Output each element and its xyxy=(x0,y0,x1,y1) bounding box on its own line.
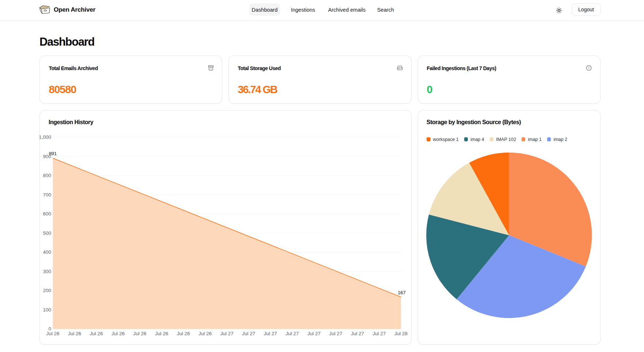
svg-text:Jul 27: Jul 27 xyxy=(264,331,277,336)
svg-text:Jul 26: Jul 26 xyxy=(177,331,190,336)
svg-text:Jul 26: Jul 26 xyxy=(133,331,147,336)
svg-text:Jul 27: Jul 27 xyxy=(351,331,364,336)
svg-text:Jul 27: Jul 27 xyxy=(285,331,299,336)
svg-text:167: 167 xyxy=(398,290,406,295)
svg-text:Jul 27: Jul 27 xyxy=(329,331,342,336)
svg-text:700: 700 xyxy=(43,192,51,198)
svg-text:Jul 26: Jul 26 xyxy=(111,331,125,336)
svg-text:600: 600 xyxy=(43,211,51,217)
svg-text:Jul 27: Jul 27 xyxy=(242,331,255,336)
svg-text:100: 100 xyxy=(43,307,51,313)
svg-text:891: 891 xyxy=(49,151,57,156)
svg-text:300: 300 xyxy=(43,269,51,274)
svg-text:Jul 27: Jul 27 xyxy=(220,331,234,336)
svg-text:800: 800 xyxy=(43,173,51,178)
svg-text:Jul 26: Jul 26 xyxy=(155,331,168,336)
svg-text:Jul 28: Jul 28 xyxy=(394,331,408,336)
svg-text:400: 400 xyxy=(43,249,51,255)
svg-text:Jul 26: Jul 26 xyxy=(90,331,103,336)
svg-text:200: 200 xyxy=(43,288,51,293)
svg-text:Jul 26: Jul 26 xyxy=(46,331,59,336)
svg-text:500: 500 xyxy=(43,230,51,236)
svg-text:Jul 26: Jul 26 xyxy=(68,331,81,336)
svg-text:1,000: 1,000 xyxy=(39,134,51,140)
svg-text:Jul 27: Jul 27 xyxy=(307,331,321,336)
svg-text:Jul 27: Jul 27 xyxy=(372,331,386,336)
svg-text:Jul 26: Jul 26 xyxy=(198,331,212,336)
